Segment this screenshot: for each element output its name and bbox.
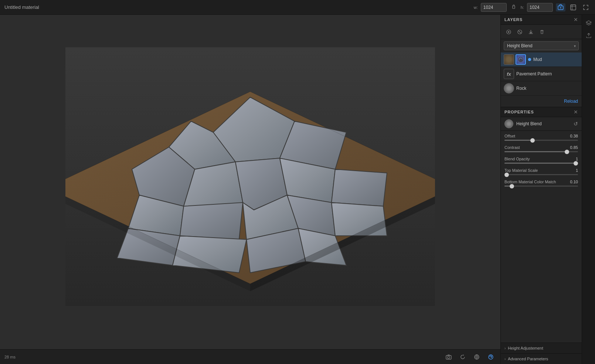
world-button[interactable] [472,352,482,362]
width-label: w: [474,5,478,10]
svg-point-26 [448,356,450,358]
layer-item-mud[interactable]: Mud [501,52,582,67]
prop-label-offset: Offset [504,134,515,138]
layer-dot-mud [528,58,531,61]
viewport-canvas [0,15,500,364]
layer-name-mud: Mud [533,57,579,62]
slider-top-material-scale[interactable] [504,174,578,175]
layers-panel-header: LAYERS ✕ [501,15,582,25]
right-sidebar: LAYERS ✕ [500,15,582,364]
svg-marker-14 [180,203,243,239]
layer-item-rock[interactable]: Rock [501,81,582,96]
slider-fill-contrast [504,151,567,152]
prop-row-offset: Offset 0.38 [504,134,578,141]
erase-layer-button[interactable] [515,27,524,37]
slider-blend-opacity[interactable] [504,163,578,164]
slider-fill-offset [504,140,533,141]
prop-row-contrast: Contrast 0.85 [504,145,578,152]
section-toggle-height-adj[interactable]: › Height Adjustement [501,343,582,353]
3d-view-button[interactable] [556,3,565,11]
top-bar-controls: w: 1024 512 2048 4096 h: 1024 512 2048 4… [474,3,591,12]
slider-thumb-contrast [565,150,569,154]
fullscreen-button[interactable] [581,3,591,11]
node-name: Height Blend [516,121,571,126]
delete-layer-button[interactable] [537,27,547,37]
slider-offset[interactable] [504,140,578,141]
section-label-advanced-params: Advanced Parameters [508,357,548,361]
svg-marker-12 [332,169,387,206]
bottom-icons [443,352,496,362]
svg-rect-0 [513,6,515,8]
layers-toolbar [501,25,582,39]
blend-mode-wrapper: Height Blend Normal Multiply Add ▾ [504,41,579,50]
viewport[interactable]: 28 ms [0,15,500,364]
rotate-button[interactable] [458,352,468,362]
properties-body: Offset 0.38 Contrast 0.85 [501,131,582,343]
layers-panel-title: LAYERS [504,17,574,22]
prop-label-top-material-scale: Top Material Scale [504,168,538,173]
prop-value-offset: 0.38 [570,134,578,138]
perf-label: 28 ms [4,355,16,359]
prop-label-contrast: Contrast [504,145,520,150]
properties-panel-title: PROPERTIES [504,110,571,114]
layer-thumb-mud-active [516,54,526,65]
far-right-bar [582,15,595,364]
layer-name-pavement: Pavement Pattern [516,71,579,76]
height-label: h: [521,5,524,10]
top-bar: Untitled material w: 1024 512 2048 4096 … [0,0,595,15]
prop-value-contrast: 0.85 [570,145,578,150]
section-arrow-height-adj: › [504,346,506,350]
width-select[interactable]: 1024 512 2048 4096 [481,3,507,12]
prop-value-top-material-scale: 1 [576,168,578,173]
far-right-icon-export[interactable] [584,30,594,41]
svg-point-30 [508,31,509,33]
layers-panel: LAYERS ✕ [501,15,582,107]
sync-button[interactable] [486,352,496,362]
paint-layer-button[interactable] [504,27,513,37]
far-right-icon-layers[interactable] [584,18,594,28]
node-reset-button[interactable]: ↺ [574,121,578,127]
prop-value-bottom-material-color-match: 0.10 [570,180,578,184]
section-toggle-advanced-params[interactable]: › Advanced Parameters [501,353,582,364]
layer-item-pavement[interactable]: fx Pavement Pattern [501,67,582,81]
main-content: 28 ms [0,15,595,364]
lock-aspect-button[interactable] [510,3,518,11]
stone-preview [65,47,435,306]
slider-bottom-material-color-match[interactable] [504,186,578,187]
svg-point-33 [518,57,523,62]
camera-button[interactable] [443,352,454,362]
section-arrow-advanced-params: › [504,357,506,361]
reload-link[interactable]: Reload [501,96,582,107]
slider-thumb-blend-opacity [574,161,578,166]
app-title: Untitled material [4,4,469,10]
blend-mode-select[interactable]: Height Blend Normal Multiply Add [504,41,579,50]
slider-fill-blend-opacity [504,163,578,164]
layer-name-rock: Rock [516,86,579,91]
section-label-height-adj: Height Adjustement [508,346,543,350]
prop-row-blend-opacity: Blend Opacity 1 [504,157,578,164]
svg-rect-2 [571,5,576,10]
prop-label-blend-opacity: Blend Opacity [504,157,530,161]
prop-value-blend-opacity: 1 [576,157,578,161]
2d-view-button[interactable] [568,3,578,11]
node-info-row: Height Blend ↺ [501,117,582,131]
properties-close-button[interactable]: ✕ [574,109,578,115]
slider-thumb-offset [530,138,535,143]
prop-row-bottom-material-color-match: Bottom Material Color Match 0.10 [504,180,578,187]
layers-close-button[interactable]: ✕ [574,17,578,22]
node-thumb [504,119,513,128]
export-layer-button[interactable] [526,27,536,37]
height-select[interactable]: 1024 512 2048 4096 [527,3,553,12]
slider-thumb-top-material-scale [504,173,509,177]
prop-row-top-material-scale: Top Material Scale 1 [504,168,578,175]
prop-label-bottom-material-color-match: Bottom Material Color Match [504,180,556,184]
layer-thumb-rock [504,83,514,93]
properties-panel-header: PROPERTIES ✕ [501,107,582,117]
layer-thumb-mud [504,54,514,65]
layer-icon-fx: fx [504,69,514,79]
svg-marker-17 [332,203,387,236]
slider-contrast[interactable] [504,151,578,152]
svg-line-32 [518,31,521,33]
viewport-bottom-bar: 28 ms [0,349,500,364]
slider-thumb-bottom-material-color-match [510,184,514,188]
